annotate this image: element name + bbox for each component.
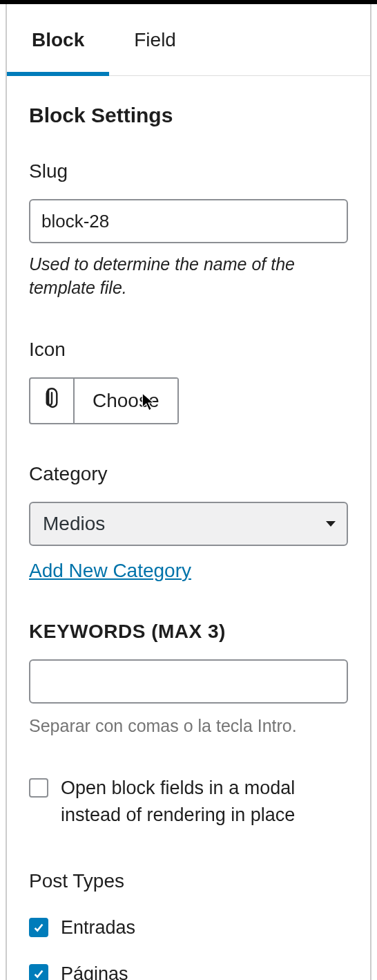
modal-checkbox-label: Open block fields in a modal instead of … [61,775,348,829]
choose-icon-button[interactable]: Choose [75,379,177,423]
modal-checkbox[interactable] [29,778,48,798]
icon-label: Icon [29,339,348,361]
tab-block[interactable]: Block [7,4,109,75]
section-title: Block Settings [29,104,348,127]
keywords-input[interactable] [29,659,348,704]
keywords-help-text: Separar con comas o la tecla Intro. [29,716,348,736]
post-type-row-paginas: Páginas [29,961,348,980]
post-type-checkbox-paginas[interactable] [29,964,48,980]
post-type-row-entradas: Entradas [29,914,348,941]
slug-help-text: Used to determine the name of the templa… [29,253,348,300]
icon-field-group: Icon Choose [29,339,348,424]
add-category-link[interactable]: Add New Category [29,560,191,582]
modal-checkbox-row: Open block fields in a modal instead of … [29,775,348,829]
icon-selector: Choose [29,377,179,424]
slug-input[interactable] [29,199,348,243]
slug-label: Slug [29,160,348,182]
post-type-label: Páginas [61,961,128,980]
keywords-label: KEYWORDS (MAX 3) [29,621,348,643]
tab-field[interactable]: Field [109,4,201,75]
icon-preview [30,379,75,423]
category-field-group: Category Medios Add New Category [29,463,348,582]
category-select[interactable]: Medios [29,502,348,546]
post-type-label: Entradas [61,914,135,941]
post-types-label: Post Types [29,870,348,892]
slug-field-group: Slug Used to determine the name of the t… [29,160,348,300]
category-select-wrapper: Medios [29,502,348,546]
settings-panel: Block Field Block Settings Slug Used to … [6,4,371,980]
paperclip-icon [41,388,62,414]
content-area: Block Settings Slug Used to determine th… [7,76,370,980]
keywords-field-group: KEYWORDS (MAX 3) Separar con comas o la … [29,621,348,736]
post-type-checkbox-entradas[interactable] [29,918,48,937]
category-label: Category [29,463,348,485]
tabs-container: Block Field [7,4,370,76]
